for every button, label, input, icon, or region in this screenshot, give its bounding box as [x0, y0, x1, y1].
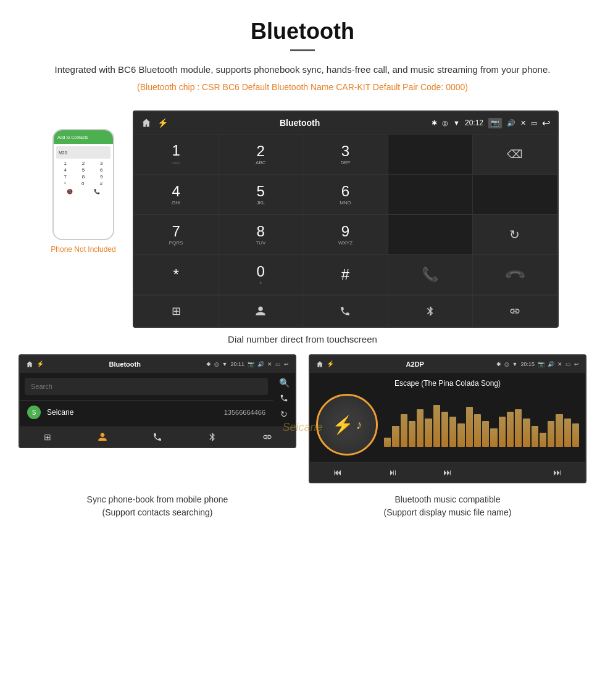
mt-prev-button[interactable]: ⏮ [310, 462, 365, 482]
music-note-icon: ♪ [356, 418, 362, 432]
window-icon[interactable]: ▭ [531, 119, 537, 127]
eq-bar [384, 438, 391, 447]
page-title: Bluetooth [25, 19, 580, 44]
volume-icon[interactable]: 🔊 [507, 119, 515, 127]
music-window-icon: ▭ [565, 361, 571, 367]
mt-skip-button[interactable]: ⏭ [530, 462, 585, 482]
back-icon[interactable]: ↩ [542, 117, 550, 129]
eq-bar [540, 433, 546, 447]
location-icon: ◎ [442, 119, 448, 127]
equalizer [384, 400, 579, 449]
header-right: ✱ ◎ ▼ 20:12 📷 🔊 ✕ ▭ ↩ [432, 117, 550, 129]
eq-bar [392, 426, 399, 447]
key-star[interactable]: * [134, 255, 219, 295]
camera-icon[interactable]: 📷 [488, 118, 502, 128]
mt-next-button[interactable]: ⏭ [420, 462, 475, 482]
eq-bar [425, 419, 432, 447]
ct-bluetooth-button[interactable] [185, 427, 240, 447]
phone-key-row-4: *0# [56, 181, 111, 186]
key-1[interactable]: 1 ⌓⌓ [134, 135, 219, 175]
eq-bar [564, 419, 571, 447]
empty-cell-3 [388, 215, 473, 255]
contacts-search-bar[interactable]: Search [25, 378, 268, 395]
eq-bar [457, 423, 464, 447]
eq-bar [409, 421, 415, 447]
contact-name: Seicane [47, 408, 224, 417]
album-inner: ⚡ ♪ [332, 415, 362, 435]
eq-bar [433, 405, 440, 447]
phone-key-row-2: 456 [56, 167, 111, 173]
music-header-left: ⚡ [316, 360, 334, 368]
music-content: ⚡ ♪ [316, 394, 579, 456]
bluetooth-button[interactable] [388, 296, 473, 327]
ct-link-button[interactable] [240, 427, 295, 447]
key-3[interactable]: 3 DEF [303, 135, 388, 175]
call-red-icon: 📞 [504, 263, 527, 286]
call-button[interactable]: 📞 [388, 255, 473, 295]
time-display: 20:12 [465, 119, 483, 127]
contacts-home-icon[interactable] [26, 360, 33, 368]
contacts-button[interactable] [219, 296, 303, 327]
contacts-list-area: Search S Seicane 13566664466 [20, 373, 273, 424]
key-0[interactable]: 0 + [219, 255, 303, 295]
phone-call-icon[interactable]: 📞 [94, 189, 100, 194]
eq-bar [490, 428, 497, 447]
mt-play-button[interactable]: ⏯ [365, 462, 420, 482]
music-screen: ⚡ A2DP ✱ ◎ ▼ 20:15 📷 🔊 ✕ ▭ ↩ Escape (The… [309, 354, 586, 483]
key-6[interactable]: 6 MNO [303, 175, 388, 215]
phone-number-display: M20 [56, 146, 111, 159]
ct-phone-button[interactable] [130, 427, 185, 447]
key-hash[interactable]: # [303, 255, 388, 295]
title-divider [290, 49, 315, 51]
empty-cell-2 [473, 175, 557, 215]
music-vol-icon: 🔊 [548, 361, 554, 367]
contacts-cam-icon: 📷 [248, 361, 254, 367]
refresh-button[interactable]: ↻ [473, 215, 557, 255]
contacts-vol-icon: 🔊 [257, 361, 264, 367]
main-screen-header: ⚡ Bluetooth ✱ ◎ ▼ 20:12 📷 🔊 ✕ ▭ ↩ [134, 112, 557, 134]
end-call-button[interactable]: 📞 [473, 255, 557, 295]
eq-bar [417, 409, 424, 447]
main-screen-title: Bluetooth [280, 118, 320, 128]
call-sidebar-icon[interactable] [280, 394, 288, 402]
key-9[interactable]: 9 WXYZ [303, 215, 388, 255]
key-8[interactable]: 8 TUV [219, 215, 303, 255]
music-toolbar: ⏮ ⏯ ⏭ ⏭ [310, 462, 585, 482]
ct-contacts-button[interactable] [75, 427, 130, 447]
phone-end-icon[interactable]: 📵 [67, 189, 73, 194]
music-back-icon[interactable]: ↩ [574, 361, 579, 367]
eq-bar [474, 414, 481, 447]
backspace-button[interactable]: ⌫ [473, 135, 557, 175]
dialpad-button[interactable]: ⊞ [134, 296, 219, 327]
eq-bar [507, 412, 514, 447]
music-time: 20:15 [520, 361, 535, 367]
contacts-back-icon[interactable]: ↩ [284, 361, 289, 367]
phone-button[interactable] [303, 296, 388, 327]
refresh-sidebar-icon[interactable]: ↻ [280, 409, 288, 419]
key-2[interactable]: 2 ABC [219, 135, 303, 175]
contacts-header-left: ⚡ [26, 360, 44, 368]
person-icon [255, 306, 266, 317]
key-5[interactable]: 5 JKL [219, 175, 303, 215]
contact-phone: 13566664466 [224, 409, 265, 416]
link-button[interactable] [473, 296, 557, 327]
music-screen-header: ⚡ A2DP ✱ ◎ ▼ 20:15 📷 🔊 ✕ ▭ ↩ [310, 356, 585, 373]
close-icon[interactable]: ✕ [520, 119, 526, 127]
music-caption-text: Bluetooth music compatible(Support displ… [384, 494, 512, 517]
search-sidebar-icon[interactable]: 🔍 [279, 378, 290, 388]
contact-row[interactable]: S Seicane 13566664466 [20, 400, 273, 424]
eq-bar [466, 407, 473, 447]
home-icon[interactable] [141, 118, 151, 128]
music-screen-title: A2DP [406, 360, 424, 368]
key-4[interactable]: 4 GHI [134, 175, 219, 215]
music-usb-icon: ⚡ [327, 360, 334, 368]
contacts-close-icon: ✕ [267, 361, 272, 367]
music-caption: Bluetooth music compatible(Support displ… [309, 490, 586, 523]
phone-not-included-label: Phone Not Included [51, 245, 115, 254]
contacts-body: Search S Seicane 13566664466 🔍 ↻ [20, 373, 295, 424]
music-screen-wrapper: ⚡ A2DP ✱ ◎ ▼ 20:15 📷 🔊 ✕ ▭ ↩ Escape (The… [309, 354, 586, 483]
music-home-icon[interactable] [316, 360, 323, 368]
key-7[interactable]: 7 PQRS [134, 215, 219, 255]
ct-dialpad-button[interactable]: ⊞ [20, 427, 75, 447]
music-loc-icon: ◎ [504, 361, 509, 367]
